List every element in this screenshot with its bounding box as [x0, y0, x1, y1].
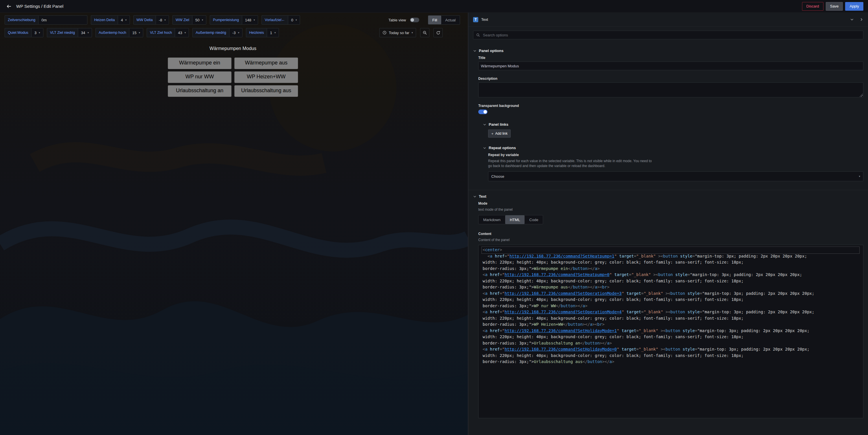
variable-value-dropdown[interactable]: -8▾	[156, 15, 169, 25]
section-text-label: Text	[479, 194, 486, 199]
preview-command-button[interactable]: Wärmepumpe aus	[235, 58, 298, 69]
code-line: <a href="http://192.168.77.236/command?S…	[483, 272, 863, 278]
code-line: <a href="http://192.168.77.236/command?S…	[483, 328, 863, 334]
code-line: <a href="http://192.168.77.236/command?S…	[483, 346, 863, 353]
variable-value-text: 50	[195, 18, 199, 22]
code-line: width: 220px; height: 40px; background-c…	[483, 259, 863, 266]
panel-type-selector[interactable]: T Text	[468, 13, 868, 27]
variable-control: Heizen Delta4▾	[91, 15, 130, 25]
preview-command-button[interactable]: Urlaubsschaltung an	[168, 85, 231, 97]
chevron-down-icon: ▾	[296, 19, 297, 22]
title-input[interactable]	[478, 62, 863, 70]
refresh-icon	[436, 31, 440, 35]
code-line: border-radius: 3px;">Urlaubsschaltung au…	[483, 359, 863, 365]
zoom-out-button[interactable]	[420, 28, 429, 37]
code-line: width: 220px; height: 40px; background-c…	[483, 334, 863, 340]
view-controls: Table view Fill Actual	[389, 15, 460, 25]
preview-command-button[interactable]: Wärmepumpe ein	[168, 58, 231, 69]
code-line: width: 220px; height: 40px; background-c…	[483, 315, 863, 322]
chevron-down-icon: ▾	[125, 19, 127, 22]
variable-value-text: 4	[121, 18, 123, 22]
panel-preview: Wärmepumpen Modus Wärmepumpe einWärmepum…	[166, 46, 300, 97]
variable-value-text: 34	[81, 31, 85, 35]
variable-value-text: 15	[132, 31, 136, 35]
time-range-picker[interactable]: Today so far ▾	[379, 28, 416, 37]
chevron-down-icon: ▾	[185, 32, 186, 34]
variable-label: Heizen Delta	[91, 15, 118, 25]
section-text[interactable]: Text	[468, 190, 868, 200]
panel-type-name: Text	[481, 18, 488, 22]
preview-command-button[interactable]: WP nur WW	[168, 71, 231, 83]
section-repeat-options[interactable]: Repeat options	[483, 146, 863, 150]
code-line: width: 220px; height: 40px; background-c…	[483, 278, 863, 285]
chevron-down-icon[interactable]	[850, 18, 854, 22]
variable-value-dropdown[interactable]: 15▾	[129, 28, 143, 37]
section-panel-options[interactable]: Panel options	[468, 43, 868, 55]
variable-value-text: 1	[270, 31, 272, 35]
code-line: border-radius: 3px;">WP nur WW</button><…	[483, 303, 863, 309]
section-panel-links[interactable]: Panel links	[483, 122, 863, 127]
code-line: border-radius: 3px;">Wärmepumpe ein</but…	[483, 266, 863, 272]
actual-option[interactable]: Actual	[441, 15, 460, 24]
variable-control: VLT Ziel niedrig34▾	[47, 28, 92, 37]
code-line: <center>	[483, 247, 863, 253]
pane-splitter[interactable]	[468, 13, 468, 435]
variable-input[interactable]	[38, 15, 87, 25]
mode-option-code[interactable]: Code	[525, 215, 543, 224]
variable-value-text: -3	[232, 31, 236, 35]
variable-value-text: 148	[245, 18, 251, 22]
repeat-by-variable-description: Repeat this panel for each value in the …	[488, 159, 656, 168]
variable-value-dropdown[interactable]: 34▾	[78, 28, 92, 37]
chevron-down-icon: ▾	[275, 32, 276, 34]
discard-button[interactable]: Discard	[802, 2, 824, 11]
panel-options-pane: T Text Panel options Title Descriptio	[468, 13, 868, 435]
chevron-down-icon	[473, 195, 476, 198]
add-link-button[interactable]: + Add link	[488, 130, 511, 138]
chevron-down-icon: ▾	[859, 175, 860, 178]
back-button[interactable]	[5, 2, 13, 11]
variable-value-text: 3	[34, 31, 36, 35]
refresh-button[interactable]	[433, 28, 443, 37]
description-textarea[interactable]	[478, 82, 863, 97]
resize-handle-icon[interactable]	[860, 94, 863, 97]
transparent-background-toggle[interactable]	[478, 109, 488, 114]
variable-value-dropdown[interactable]: 50▾	[192, 15, 206, 25]
viz-row-icons	[850, 18, 863, 22]
chevron-down-icon	[483, 123, 486, 126]
text-section-fields: Mode text mode of the panel MarkdownHTML…	[478, 201, 863, 418]
collapse-pane-icon[interactable]	[860, 18, 863, 22]
save-button[interactable]: Save	[826, 2, 843, 11]
variable-value-dropdown[interactable]: 1▾	[267, 28, 279, 37]
search-row	[468, 27, 868, 43]
code-line: border-radius: 3px;">Wärmepumpe aus</but…	[483, 284, 863, 291]
repeat-variable-select[interactable]: Choose ▾	[488, 171, 863, 181]
preview-command-button[interactable]: Urlaubsschaltung aus	[235, 85, 298, 97]
content-field: Content Content of the panel <center> <a…	[478, 232, 863, 418]
content-code-editor[interactable]: <center> <a href="http://192.168.77.236/…	[478, 245, 863, 418]
variable-value-dropdown[interactable]: 3▾	[31, 28, 43, 37]
title-field: Title	[478, 56, 863, 70]
variable-value-dropdown[interactable]: 43▾	[175, 28, 189, 37]
variable-label: Vorlaufziel←	[261, 15, 288, 25]
variables-row-2: Quiet Modus3▾VLT Ziel niedrig34▾Außentem…	[5, 28, 279, 37]
variable-value-dropdown[interactable]: 148▾	[242, 15, 258, 25]
variable-value-text: 43	[178, 31, 182, 35]
dashboard-controls-row-2: Quiet Modus3▾VLT Ziel niedrig34▾Außentem…	[0, 28, 468, 38]
plus-icon: +	[491, 132, 494, 136]
code-line: width: 220px; height: 40px; background-c…	[483, 297, 863, 303]
variable-label: Außentemp hoch	[95, 28, 129, 37]
variable-value-dropdown[interactable]: 4▾	[118, 15, 130, 25]
mode-option-markdown[interactable]: Markdown	[478, 215, 505, 224]
variable-value-dropdown[interactable]: 0▾	[288, 15, 300, 25]
section-panel-options-label: Panel options	[479, 48, 503, 53]
variable-value-dropdown[interactable]: -3▾	[229, 28, 243, 37]
table-view-toggle[interactable]	[410, 18, 419, 22]
mode-label: Mode	[478, 201, 863, 205]
variable-label: Zeitverschiebung	[5, 15, 38, 25]
preview-command-button[interactable]: WP Heizen+WW	[235, 71, 298, 83]
mode-option-html[interactable]: HTML	[505, 215, 525, 224]
fill-option[interactable]: Fill	[428, 15, 441, 24]
search-options-input[interactable]	[482, 33, 860, 38]
apply-button[interactable]: Apply	[845, 2, 863, 11]
variable-control: Quiet Modus3▾	[5, 28, 43, 37]
